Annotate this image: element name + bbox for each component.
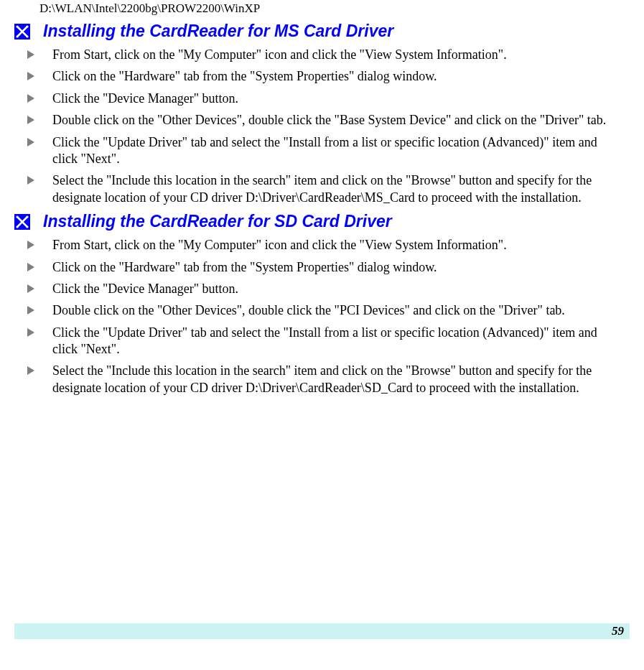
svg-point-15 [21,220,23,223]
list-item: Click on the "Hardware" tab from the "Sy… [27,68,617,85]
list-item: Click the "Device Manager" button. [27,281,617,297]
list-item: From Start, click on the "My Computer" i… [27,237,617,253]
list-item: From Start, click on the "My Computer" i… [27,47,617,63]
list-item: Select the "Include this location in the… [27,172,617,206]
list-item: Click the "Update Driver" tab and select… [27,134,617,168]
list-item: Click on the "Hardware" tab from the "Sy… [27,259,617,276]
list-item: Double click on the "Other Devices", dou… [27,302,617,319]
section2-title: Installing the CardReader for SD Card Dr… [43,212,392,231]
section-icon [14,24,30,39]
svg-point-7 [21,30,23,32]
section2-steps: From Start, click on the "My Computer" i… [14,237,630,396]
svg-point-13 [16,225,18,228]
page-number: 59 [612,624,624,638]
svg-point-3 [16,25,18,27]
svg-point-11 [16,215,18,218]
section1-header: Installing the CardReader for MS Card Dr… [14,22,630,41]
footer-bar: 59 [14,623,630,639]
svg-point-14 [26,225,28,228]
svg-point-5 [16,35,18,37]
svg-point-12 [26,215,28,218]
list-item: Select the "Include this location in the… [27,363,617,396]
list-item: Double click on the "Other Devices", dou… [27,112,617,129]
section1-title: Installing the CardReader for MS Card Dr… [43,22,393,41]
section2-header: Installing the CardReader for SD Card Dr… [14,212,630,231]
intro-path-text: D:\WLAN\Intel\2200bg\PROW2200\WinXP [39,1,630,16]
svg-point-4 [26,25,28,27]
svg-point-6 [26,35,28,37]
section1-steps: From Start, click on the "My Computer" i… [14,47,630,206]
list-item: Click the "Update Driver" tab and select… [27,325,617,358]
list-item: Click the "Device Manager" button. [27,90,617,107]
section-icon [14,214,30,230]
